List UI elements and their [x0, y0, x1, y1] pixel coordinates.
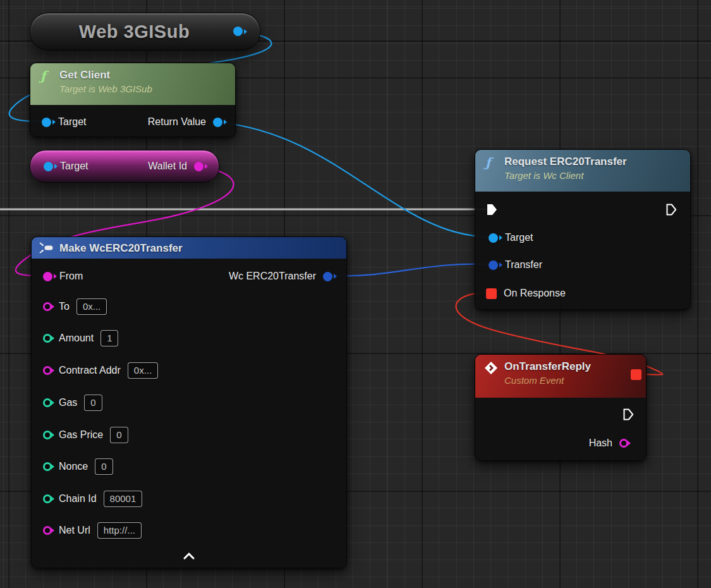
pin-label: Nonce — [59, 461, 88, 472]
pin-label: Return Value — [148, 116, 206, 128]
make-from-pin[interactable] — [43, 272, 52, 281]
node-request-erc20transfer[interactable]: ƒ Request ERC20Transfer Target is Wc Cli… — [475, 149, 691, 310]
node-title: Get Client — [59, 68, 226, 82]
node-header: OnTransferReply Custom Event — [475, 355, 646, 398]
pin-label: Transfer — [505, 259, 542, 271]
pin-label: Gas Price — [59, 429, 103, 441]
node-header: Make WcERC20Transfer — [32, 237, 346, 259]
make-to-pin[interactable] — [43, 302, 52, 311]
pin-label: Target — [58, 116, 86, 128]
event-delegate-pin[interactable] — [631, 369, 641, 380]
node-title: Request ERC20Transfer — [504, 155, 681, 168]
amount-input[interactable]: 1 — [100, 330, 118, 346]
node-title: Web 3GISub — [79, 21, 190, 42]
make-output-pin[interactable] — [323, 272, 332, 281]
wire-makestruct-to-transfer[interactable] — [331, 264, 488, 276]
node-header: ƒ Get Client Target is Web 3GISub — [30, 63, 235, 105]
make-nonce-pin[interactable] — [43, 462, 52, 471]
node-make-wcerc20transfer[interactable]: Make WcERC20Transfer From Wc ERC20Transf… — [31, 236, 347, 568]
node-web3gisub-getter[interactable]: Web 3GISub — [30, 13, 260, 51]
pin-label: Wc ERC20Transfer — [229, 271, 316, 282]
custom-event-icon — [484, 361, 498, 377]
pin-label: Chain Id — [59, 493, 97, 505]
net-url-input[interactable]: http://... — [97, 522, 142, 539]
blueprint-graph-canvas[interactable]: Web 3GISub ƒ Get Client Target is Web 3G… — [0, 0, 711, 588]
pin-label: On Response — [504, 288, 566, 299]
request-onresponse-delegate-pin[interactable] — [486, 288, 497, 299]
make-contractaddr-pin[interactable] — [43, 366, 52, 375]
walletid-output-pin[interactable] — [194, 162, 204, 171]
web3gisub-output-pin[interactable] — [233, 27, 243, 36]
node-get-client[interactable]: ƒ Get Client Target is Web 3GISub Target… — [30, 63, 236, 137]
pin-label: To — [59, 301, 70, 312]
make-amount-pin[interactable] — [43, 334, 52, 343]
make-gas-pin[interactable] — [43, 398, 52, 407]
make-chainid-pin[interactable] — [43, 494, 52, 503]
make-struct-icon — [39, 242, 54, 256]
pin-label: Gas — [59, 397, 77, 408]
exec-in-pin[interactable] — [487, 204, 497, 218]
node-ontransferreply-event[interactable]: OnTransferReply Custom Event Hash — [475, 354, 647, 461]
pin-label: From — [59, 271, 83, 282]
node-wallet-id-getter[interactable]: Target Wallet Id — [30, 150, 219, 183]
exec-out-pin[interactable] — [666, 204, 677, 218]
contract-addr-input[interactable]: 0x... — [128, 362, 158, 379]
make-neturl-pin[interactable] — [43, 526, 52, 535]
getclient-target-pin[interactable] — [42, 118, 51, 127]
node-title: Make WcERC20Transfer — [59, 242, 337, 255]
pin-label: Wallet Id — [148, 161, 187, 172]
pin-label: Target — [505, 232, 533, 243]
wire-returnvalue-to-request-target[interactable] — [218, 122, 488, 237]
pin-label: Target — [60, 161, 88, 172]
getclient-returnvalue-pin[interactable] — [213, 118, 222, 127]
event-hash-pin[interactable] — [619, 439, 628, 448]
nonce-input[interactable]: 0 — [95, 458, 112, 475]
function-icon: ƒ — [485, 156, 491, 169]
node-subtitle: Target is Web 3GISub — [59, 83, 226, 95]
pin-label: Contract Addr — [59, 365, 121, 376]
chain-id-input[interactable]: 80001 — [104, 491, 143, 507]
gas-input[interactable]: 0 — [84, 395, 102, 411]
walletid-target-pin[interactable] — [44, 162, 53, 171]
node-header: ƒ Request ERC20Transfer Target is Wc Cli… — [475, 150, 690, 192]
node-subtitle: Target is Wc Client — [504, 169, 681, 181]
pin-label: Net Url — [59, 525, 90, 536]
request-target-pin[interactable] — [489, 233, 498, 243]
node-title: OnTransferReply — [504, 360, 637, 373]
pin-label: Hash — [589, 438, 612, 449]
make-gasprice-pin[interactable] — [43, 431, 52, 439]
function-icon: ƒ — [40, 69, 46, 83]
node-subtitle: Custom Event — [504, 374, 637, 386]
to-input[interactable]: 0x... — [76, 298, 107, 315]
exec-out-pin[interactable] — [623, 408, 634, 423]
gas-price-input[interactable]: 0 — [110, 427, 128, 443]
pin-label: Amount — [59, 333, 94, 344]
request-transfer-pin[interactable] — [489, 260, 498, 270]
collapse-chevron-icon[interactable] — [183, 551, 195, 562]
